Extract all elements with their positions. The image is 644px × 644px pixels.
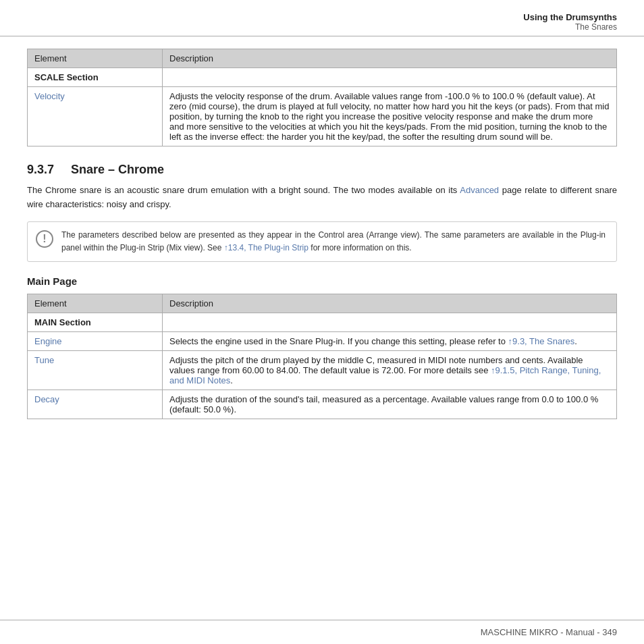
table-cell-engine: Engine <box>28 331 163 350</box>
page-footer: MASCHINE MIKRO - Manual - 349 <box>0 620 644 644</box>
tune-link[interactable]: Tune <box>34 355 54 365</box>
section-title: Snare – Chrome <box>71 163 164 176</box>
table-row: Engine Selects the engine used in the Sn… <box>28 331 617 350</box>
header-title: Using the Drumsynths <box>27 12 617 22</box>
table-cell-decay-desc: Adjusts the duration of the sound's tail… <box>163 390 617 419</box>
table-cell-desc <box>163 68 617 87</box>
snares-link[interactable]: ↑9.3, The Snares <box>508 336 575 346</box>
page-header: Using the Drumsynths The Snares <box>0 0 644 36</box>
table-cell-tune-desc: Adjusts the pitch of the drum played by … <box>163 350 617 390</box>
notice-text-2: for more information on this. <box>308 243 412 252</box>
notice-box: ! The parameters described below are pre… <box>27 221 617 262</box>
table-header-element: Element <box>28 49 163 68</box>
main-section-label: MAIN Section <box>34 317 91 327</box>
section-number: 9.3.7 <box>27 163 54 176</box>
table-row: Velocity Adjusts the velocity response o… <box>28 87 617 146</box>
table-cell-main-desc <box>163 313 617 331</box>
table-cell-label: SCALE Section <box>28 68 163 87</box>
table2-header-element: Element <box>28 294 163 313</box>
header-subtitle: The Snares <box>27 22 617 32</box>
table-cell-engine-desc: Selects the engine used in the Snare Plu… <box>163 331 617 350</box>
table-cell-velocity-desc: Adjusts the velocity response of the dru… <box>163 87 617 146</box>
section-heading: 9.3.7 Snare – Chrome <box>27 163 617 177</box>
table-row: Tune Adjusts the pitch of the drum playe… <box>28 350 617 390</box>
notice-icon: ! <box>36 230 53 248</box>
table-row: MAIN Section <box>28 313 617 331</box>
main-page-heading: Main Page <box>27 275 617 287</box>
main-table: Element Description MAIN Section Engine … <box>27 294 617 419</box>
velocity-link[interactable]: Velocity <box>34 91 65 101</box>
advanced-link[interactable]: Advanced <box>460 185 499 195</box>
table-cell-element: Velocity <box>28 87 163 146</box>
content-area: Element Description SCALE Section Veloci… <box>0 36 644 476</box>
scale-table: Element Description SCALE Section Veloci… <box>27 49 617 146</box>
engine-link[interactable]: Engine <box>34 336 61 346</box>
table-cell-decay: Decay <box>28 390 163 419</box>
table-header-description: Description <box>163 49 617 68</box>
table-row: Decay Adjusts the duration of the sound'… <box>28 390 617 419</box>
table-row: SCALE Section <box>28 68 617 87</box>
table-cell-main-label: MAIN Section <box>28 313 163 331</box>
intro-paragraph: The Chrome snare is an acoustic snare dr… <box>27 184 617 212</box>
page: Using the Drumsynths The Snares Element … <box>0 0 644 644</box>
table-cell-tune: Tune <box>28 350 163 390</box>
pitch-range-link[interactable]: ↑9.1.5, Pitch Range, Tuning, and MIDI No… <box>169 365 601 385</box>
table2-header-description: Description <box>163 294 617 313</box>
footer-text: MASCHINE MIKRO - Manual - 349 <box>481 627 617 637</box>
plugin-strip-link[interactable]: ↑13.4, The Plug-in Strip <box>224 243 308 252</box>
decay-link[interactable]: Decay <box>34 394 59 404</box>
section-label: SCALE Section <box>34 72 99 82</box>
